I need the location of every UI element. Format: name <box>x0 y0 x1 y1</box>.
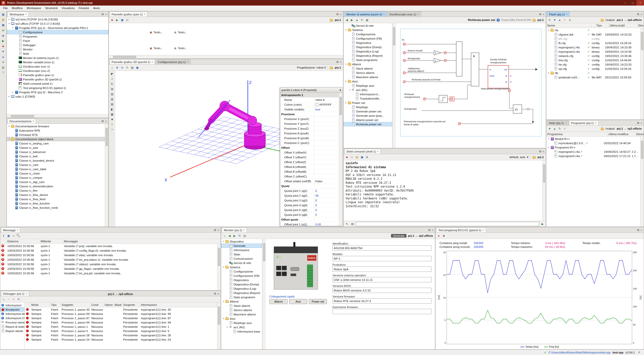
close-panel-icon[interactable]: × <box>641 229 642 232</box>
tree-item[interactable]: Configurazione (FB) <box>221 274 262 278</box>
property-row[interactable]: Posizione A (posA) <box>280 131 339 136</box>
tree-item[interactable]: Stato programmi <box>221 295 262 299</box>
debugger-sidebar-item[interactable]: Breakpoint <box>0 307 24 312</box>
vertical-scrollbar[interactable] <box>640 28 644 120</box>
tree-item[interactable]: Classe rc_cam <box>7 163 105 167</box>
flash-file-row[interactable]: qmakeall-vs20... ✓ file BAT 25/11/2021 1… <box>546 75 640 79</box>
send-command-icon[interactable]: ▶ <box>540 222 545 226</box>
tab-close-icon[interactable]: × <box>144 13 145 16</box>
debugger-sidebar-item[interactable]: Informazioni OB <box>0 316 24 320</box>
export-icon[interactable]: ▣ <box>365 18 369 22</box>
vertical-scrollbar[interactable] <box>339 93 342 226</box>
property-row[interactable]: Quota joint 1 (qj1) 0 <box>280 189 339 193</box>
tab[interactable]: Configurazione (prj-1) × <box>156 59 190 64</box>
tree-item[interactable]: Riepilogo <box>344 105 392 109</box>
up-icon[interactable]: ▲ <box>355 18 359 22</box>
property-row[interactable]: Offset Y (offsetY) <box>280 155 339 160</box>
debugger-sidebar-item[interactable]: Report utente <box>0 329 24 333</box>
tab-close-icon[interactable]: × <box>377 150 379 153</box>
tree-item[interactable]: Classe rc_bdeserver <box>7 150 105 154</box>
debugger-sidebar-item[interactable]: Report di sistema <box>0 324 24 329</box>
tree-item[interactable]: Classe rc_flow_feed <box>7 197 105 201</box>
refresh-icon[interactable]: ↻ <box>16 297 21 302</box>
tree-expander-icon[interactable]: ▾ <box>345 29 347 31</box>
quick-link-button[interactable]: Power set <box>309 299 327 304</box>
tree-item[interactable]: Oscilloscopio (osc-2) <box>7 69 108 73</box>
tree-item[interactable]: Classe rc_analog_cam <box>7 141 105 145</box>
tree-item[interactable]: Allarmi power set <box>344 118 392 122</box>
property-row[interactable]: Quota joint 2 (qj2) 45 <box>280 193 339 198</box>
stop-icon[interactable]: ■ <box>110 18 114 22</box>
message-row[interactable]: 10/03/2022 10:36:58 sysm-1 Variabile (?.… <box>0 267 217 271</box>
write-flash-icon[interactable]: ▼ <box>552 18 557 22</box>
form-input[interactable]: Robox SpA <box>332 267 431 272</box>
search-icon[interactable] <box>16 233 21 238</box>
tree-item[interactable]: Diagnostica (Dump) <box>344 45 392 49</box>
column-header[interactable]: Tipo <box>50 303 61 307</box>
download-icon[interactable]: ▼ <box>547 126 552 131</box>
open-icon[interactable]: ▤ <box>355 155 359 159</box>
tree-item[interactable]: ▾ Documentazione firmware <box>7 124 105 128</box>
tree-item[interactable]: ▾ Progetto RTE (prj-1) - Descrizione del… <box>7 26 108 30</box>
tab[interactable]: Note (prj-1) × <box>547 120 569 125</box>
tree-expander-icon[interactable]: ▾ <box>547 72 550 74</box>
tab[interactable]: Debugger (prj-1) × <box>1 291 29 296</box>
tree-item[interactable]: Servizi di rete <box>344 23 392 28</box>
close-panel-icon[interactable]: × <box>641 13 642 16</box>
vertical-scrollbar[interactable] <box>542 160 546 221</box>
form-input[interactable]: OSF a 32bit versione 14.11.11 <box>332 277 431 282</box>
tree-expander-icon[interactable]: ▾ <box>222 317 225 320</box>
forward-icon[interactable]: ▶ <box>232 233 237 238</box>
property-row[interactable]: Quote <box>280 184 339 189</box>
property-row[interactable]: Posizione Z (posZ) <box>280 126 339 131</box>
tree-item[interactable]: Classe rc_flow_function <box>7 201 105 205</box>
upload-icon[interactable]: ▲ <box>1 54 6 59</box>
tree-item[interactable]: Diagnostica (Report) <box>221 291 262 295</box>
float-panel-icon[interactable]: ⊞ <box>539 150 541 153</box>
close-panel-icon[interactable]: × <box>340 13 342 16</box>
run-icon[interactable]: ▶ <box>1 39 6 43</box>
column-header[interactable]: Cond <box>90 303 104 307</box>
edit-icon[interactable]: ✎ <box>345 222 349 226</box>
camera-reset-icon[interactable]: ⌂ <box>110 65 114 70</box>
float-panel-icon[interactable]: ⊞ <box>637 13 639 16</box>
view-side-icon[interactable]: ▨ <box>110 102 114 106</box>
tree-item[interactable]: Configurazione (FB) <box>344 36 392 41</box>
tree-item[interactable]: Test ping/pong BCC/31 (pptest-1) <box>7 86 108 90</box>
tree-item[interactable]: Stack allarmi <box>344 66 392 71</box>
tree-expander-icon[interactable]: ▾ <box>348 89 351 91</box>
flash-file-row[interactable]: myprogram2.r4a ✓ binary 19/04/2021 14:10… <box>546 49 640 54</box>
monitor-icon[interactable]: ▥ <box>1 65 6 70</box>
flash-file-row[interactable]: myprogram1.r4a ✓ binary 19/04/2021 14:10… <box>546 45 640 49</box>
play-icon[interactable]: ▶ <box>115 18 119 22</box>
quick-link-button[interactable]: Allarmi <box>269 299 288 304</box>
tree-item[interactable]: Pannello grafico (pan-1) <box>7 73 108 77</box>
tab-close-icon[interactable]: × <box>483 229 484 231</box>
vertical-scrollbar[interactable] <box>105 124 108 227</box>
menu-item[interactable]: Strumenti <box>43 6 60 11</box>
debugger-sidebar-item[interactable]: Informazioni AF <box>0 312 24 316</box>
property-row[interactable]: Quota joint 5 (qj5) 0 <box>280 208 339 213</box>
tree-item[interactable]: Note <box>7 51 108 56</box>
tree-item[interactable]: Diagnostica (Log) <box>221 286 262 291</box>
compile-icon[interactable]: ◆ <box>1 33 6 38</box>
tree-item[interactable]: ▾ Sistema <box>344 28 392 32</box>
breakpoint-row[interactable]: Sempre Fetch Processo 1, passo 87 Nessun… <box>25 316 217 320</box>
workspace-view-icon[interactable]: ▦ <box>1 12 6 17</box>
column-header[interactable]: Ultima build <box>608 23 637 28</box>
stop-icon[interactable]: ■ <box>442 233 446 238</box>
tree-item[interactable]: Classe rc_axis <box>7 145 105 150</box>
tree-item[interactable]: ▾ Allarmi <box>221 299 262 304</box>
zoom-out-icon[interactable]: ⊖ <box>120 65 124 70</box>
tree-expander-icon[interactable]: ▾ <box>222 240 225 243</box>
tab-close-icon[interactable]: × <box>17 229 18 231</box>
tree-expander-icon[interactable]: ▾ <box>226 326 228 328</box>
tree-item[interactable]: Classe rc_chain <box>7 171 105 175</box>
float-panel-icon[interactable]: ⊞ <box>637 228 639 232</box>
tree-item[interactable]: Flash <box>7 39 108 43</box>
tree-item[interactable]: Monitor variabili (mon-1) <box>7 60 108 64</box>
tree-item[interactable]: Trasduttore/Att... <box>344 96 392 101</box>
tree-item[interactable]: Stato programmi <box>344 58 392 62</box>
tree-item[interactable]: ▾ ax1 (M1) <box>344 88 392 92</box>
export-icon[interactable]: ⇄ <box>125 18 130 22</box>
